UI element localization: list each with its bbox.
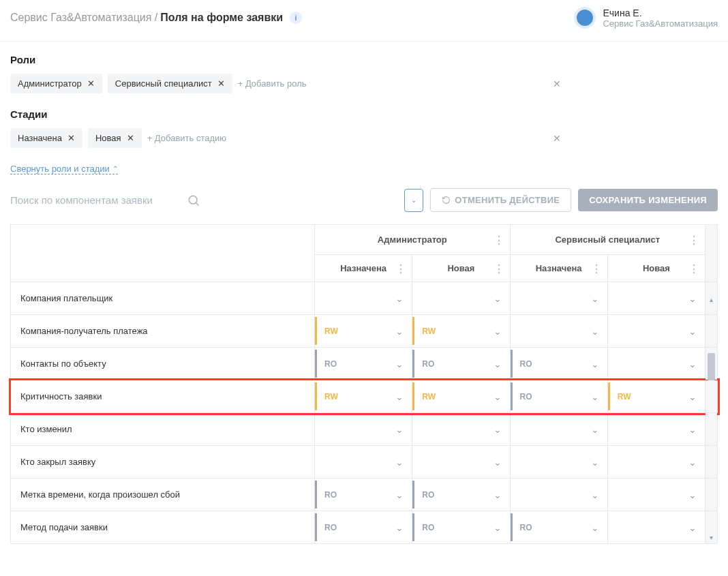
- scrollbar-track[interactable]: [706, 315, 718, 348]
- chevron-down-icon[interactable]: ⌄: [591, 522, 599, 533]
- chevron-down-icon[interactable]: ⌄: [494, 293, 502, 304]
- close-icon[interactable]: ✕: [67, 133, 75, 143]
- chevron-down-icon[interactable]: ⌄: [688, 424, 697, 435]
- scrollbar-track[interactable]: [706, 380, 718, 413]
- permission-cell[interactable]: RO⌄: [315, 511, 412, 544]
- permission-cell[interactable]: ⌄: [510, 479, 607, 511]
- permission-cell[interactable]: ⌄: [412, 413, 510, 446]
- permission-cell[interactable]: ⌄: [607, 511, 705, 544]
- permission-cell[interactable]: ⌄: [607, 446, 705, 479]
- scrollbar-track[interactable]: [706, 225, 718, 282]
- search-input[interactable]: [10, 189, 187, 211]
- chevron-down-icon[interactable]: ⌄: [395, 489, 404, 500]
- breadcrumb-parent[interactable]: Сервис Газ&Автоматизация /: [10, 12, 157, 24]
- permission-cell[interactable]: RO⌄: [315, 348, 412, 380]
- column-toggle-dropdown[interactable]: ⌄: [404, 189, 423, 212]
- chevron-down-icon[interactable]: ⌄: [688, 326, 697, 337]
- permission-cell[interactable]: ⌄: [510, 282, 607, 315]
- more-icon[interactable]: ⋮: [688, 233, 699, 246]
- scrollbar-thumb[interactable]: [708, 353, 715, 380]
- permission-cell[interactable]: RO⌄: [510, 380, 607, 413]
- more-icon[interactable]: ⋮: [494, 262, 504, 275]
- scroll-up-icon[interactable]: ▴: [706, 294, 717, 303]
- permission-cell[interactable]: ⌄: [607, 413, 705, 446]
- permission-cell[interactable]: ⌄: [315, 446, 412, 479]
- cancel-button[interactable]: ОТМЕНИТЬ ДЕЙСТВИЕ: [430, 188, 571, 212]
- clear-roles-icon[interactable]: ✕: [553, 78, 561, 89]
- chevron-down-icon[interactable]: ⌄: [494, 326, 502, 337]
- chevron-down-icon[interactable]: ⌄: [494, 522, 502, 533]
- more-icon[interactable]: ⋮: [395, 262, 406, 275]
- info-icon[interactable]: i: [290, 12, 302, 24]
- chevron-down-icon[interactable]: ⌄: [591, 359, 599, 369]
- chevron-down-icon[interactable]: ⌄: [591, 457, 599, 468]
- scrollbar-track[interactable]: ▾: [706, 511, 718, 544]
- chevron-down-icon[interactable]: ⌄: [494, 391, 502, 402]
- role-chip[interactable]: Администратор✕: [10, 74, 102, 93]
- permission-cell[interactable]: RW⌄: [315, 380, 412, 413]
- permission-cell[interactable]: ⌄: [510, 315, 607, 348]
- chevron-down-icon[interactable]: ⌄: [688, 359, 697, 369]
- add-stage-button[interactable]: + Добавить стадию: [147, 128, 226, 148]
- chevron-down-icon[interactable]: ⌄: [591, 489, 599, 500]
- more-icon[interactable]: ⋮: [494, 233, 504, 246]
- scroll-down-icon[interactable]: ▾: [706, 534, 717, 541]
- permission-cell[interactable]: ⌄: [412, 446, 510, 479]
- chevron-down-icon[interactable]: ⌄: [395, 359, 404, 369]
- scrollbar-track[interactable]: [706, 413, 718, 446]
- chevron-down-icon[interactable]: ⌄: [494, 457, 502, 468]
- permission-cell[interactable]: ⌄: [607, 479, 705, 511]
- permission-cell[interactable]: RO⌄: [510, 348, 607, 380]
- chevron-down-icon[interactable]: ⌄: [395, 391, 404, 402]
- add-role-button[interactable]: + Добавить роль: [238, 74, 307, 93]
- chevron-down-icon[interactable]: ⌄: [688, 293, 697, 304]
- scrollbar-track[interactable]: [706, 348, 718, 380]
- search-icon[interactable]: [187, 194, 200, 207]
- permission-cell[interactable]: RO⌄: [412, 348, 510, 380]
- chevron-down-icon[interactable]: ⌄: [395, 522, 404, 533]
- chevron-down-icon[interactable]: ⌄: [494, 424, 502, 435]
- permission-cell[interactable]: ⌄: [607, 282, 705, 315]
- role-chip[interactable]: Сервисный специалист✕: [108, 74, 232, 93]
- permission-cell[interactable]: RW⌄: [412, 380, 510, 413]
- chevron-down-icon[interactable]: ⌄: [591, 424, 599, 435]
- chevron-down-icon[interactable]: ⌄: [688, 522, 697, 533]
- chevron-down-icon[interactable]: ⌄: [688, 457, 697, 468]
- chevron-down-icon[interactable]: ⌄: [395, 293, 404, 304]
- more-icon[interactable]: ⋮: [591, 262, 602, 275]
- chevron-down-icon[interactable]: ⌄: [395, 326, 404, 337]
- scrollbar-track[interactable]: [706, 446, 718, 479]
- close-icon[interactable]: ✕: [87, 78, 95, 89]
- permission-cell[interactable]: ⌄: [607, 315, 705, 348]
- permission-cell[interactable]: ⌄: [510, 413, 607, 446]
- close-icon[interactable]: ✕: [217, 78, 225, 89]
- chevron-down-icon[interactable]: ⌄: [395, 424, 404, 435]
- permission-cell[interactable]: RW⌄: [607, 380, 705, 413]
- clear-stages-icon[interactable]: ✕: [553, 133, 561, 144]
- chevron-down-icon[interactable]: ⌄: [591, 326, 599, 337]
- permission-cell[interactable]: ⌄: [315, 282, 412, 315]
- chevron-down-icon[interactable]: ⌄: [395, 457, 404, 468]
- chevron-down-icon[interactable]: ⌄: [494, 489, 502, 500]
- save-button[interactable]: СОХРАНИТЬ ИЗМЕНЕНИЯ: [578, 189, 718, 211]
- permission-cell[interactable]: RO⌄: [510, 511, 607, 544]
- chevron-down-icon[interactable]: ⌄: [688, 489, 697, 500]
- stage-chip[interactable]: Новая✕: [88, 128, 142, 148]
- permission-cell[interactable]: RW⌄: [315, 315, 412, 348]
- permission-cell[interactable]: ⌄: [510, 446, 607, 479]
- permission-cell[interactable]: ⌄: [412, 282, 510, 315]
- close-icon[interactable]: ✕: [127, 133, 134, 143]
- user-block[interactable]: Ечина Е.Сервис Газ&Автоматизация: [574, 7, 718, 29]
- permission-cell[interactable]: ⌄: [315, 413, 412, 446]
- stage-chip[interactable]: Назначена✕: [10, 128, 82, 148]
- chevron-down-icon[interactable]: ⌄: [494, 359, 502, 369]
- permission-cell[interactable]: RO⌄: [412, 479, 510, 511]
- scrollbar-track[interactable]: ▴: [706, 282, 718, 315]
- more-icon[interactable]: ⋮: [688, 262, 699, 275]
- chevron-down-icon[interactable]: ⌄: [591, 391, 599, 402]
- permission-cell[interactable]: ⌄: [607, 348, 705, 380]
- scrollbar-track[interactable]: [706, 479, 718, 511]
- permission-cell[interactable]: RO⌄: [315, 479, 412, 511]
- permission-cell[interactable]: RW⌄: [412, 315, 510, 348]
- chevron-down-icon[interactable]: ⌄: [688, 391, 697, 402]
